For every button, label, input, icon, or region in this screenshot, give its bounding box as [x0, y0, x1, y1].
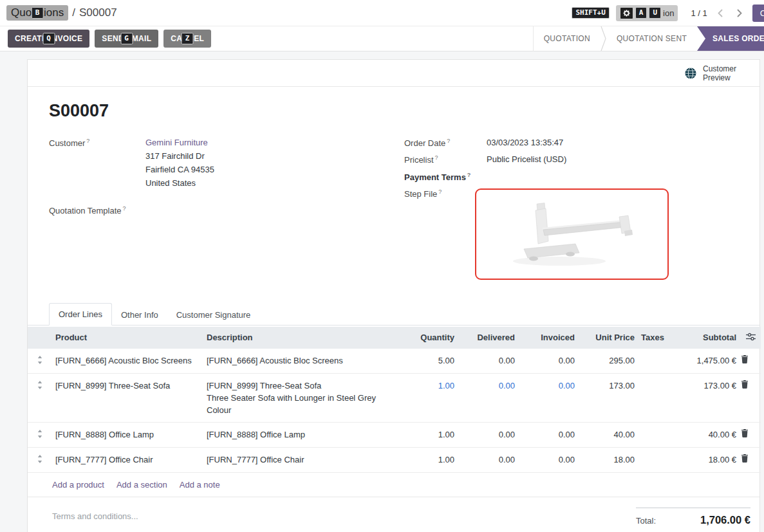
unit-price-cell[interactable]: 40.00	[578, 422, 638, 447]
col-header-subtotal[interactable]: Subtotal	[669, 327, 740, 349]
quantity-cell[interactable]: 5.00	[400, 349, 458, 374]
delete-line-button[interactable]	[740, 349, 761, 374]
taxes-cell[interactable]	[638, 349, 669, 374]
col-header-unit-price[interactable]: Unit Price	[578, 327, 638, 349]
description-cell[interactable]: [FURN_7777] Office Chair	[203, 447, 400, 472]
partial-right-edge-button[interactable]: Cl	[752, 5, 764, 22]
delivered-cell[interactable]: 0.00	[458, 422, 518, 447]
unit-price-cell[interactable]: 295.00	[578, 349, 638, 374]
col-header-product[interactable]: Product	[52, 327, 203, 349]
tab-other-info[interactable]: Other Info	[112, 304, 167, 326]
drag-handle-icon	[37, 381, 42, 389]
delete-line-button[interactable]	[740, 373, 761, 422]
col-header-taxes[interactable]: Taxes	[638, 327, 669, 349]
pricelist-field-label: Pricelist?	[404, 154, 487, 165]
invoiced-link[interactable]: 0.00	[518, 373, 578, 422]
breadcrumb-quotations-link[interactable]: Quotations B	[6, 5, 68, 21]
drag-handle[interactable]	[28, 422, 52, 447]
customer-preview-line1: Customer	[703, 64, 736, 73]
invoiced-cell[interactable]: 0.00	[518, 422, 578, 447]
col-header-invoiced[interactable]: Invoiced	[518, 327, 578, 349]
help-marker: ?	[467, 172, 471, 178]
customer-preview-button[interactable]: Customer Preview	[703, 64, 736, 82]
delivered-link[interactable]: 0.00	[458, 373, 518, 422]
help-marker: ?	[435, 154, 438, 161]
product-cell[interactable]: [FURN_8888] Office Lamp	[52, 422, 203, 447]
page-title: S00007	[28, 87, 759, 121]
create-invoice-button[interactable]: CREATE INVOICE Q	[8, 30, 89, 48]
subtotal-cell: 173.00 €	[669, 373, 740, 422]
pricelist-value[interactable]: Public Pricelist (USD)	[487, 154, 566, 165]
product-cell[interactable]: [FURN_7777] Office Chair	[52, 447, 203, 472]
unit-price-cell[interactable]: 18.00	[578, 447, 638, 472]
step-file-3d-render	[498, 199, 646, 270]
taxes-cell[interactable]	[638, 373, 669, 422]
breadcrumb-separator: /	[72, 6, 75, 19]
col-header-delivered[interactable]: Delivered	[458, 327, 518, 349]
description-cell[interactable]: [FURN_8888] Office Lamp	[203, 422, 400, 447]
product-cell[interactable]: [FURN_6666] Acoustic Bloc Screens	[52, 349, 203, 374]
add-note-link[interactable]: Add a note	[180, 480, 220, 490]
field-order-date: Order Date? 03/03/2023 13:35:47	[404, 138, 738, 148]
product-cell[interactable]: [FURN_8999] Three-Seat Sofa	[52, 373, 203, 422]
total-label: Total:	[636, 516, 656, 526]
field-payment-terms: Payment Terms?	[404, 172, 738, 182]
control-bar: CREATE INVOICE Q SEND EMAIL G CANCEL Z Q…	[0, 26, 764, 51]
status-step-quotation[interactable]: QUOTATION	[534, 26, 601, 51]
order-date-field-label: Order Date?	[404, 138, 487, 148]
keyboard-hint-badge: SHIFT+U	[572, 7, 609, 19]
add-product-link[interactable]: Add a product	[52, 480, 104, 490]
unit-price-cell[interactable]: 173.00	[578, 373, 638, 422]
table-row[interactable]: [FURN_8888] Office Lamp [FURN_8888] Offi…	[28, 422, 761, 447]
trash-icon	[741, 380, 749, 389]
quantity-cell[interactable]: 1.00	[400, 422, 458, 447]
quantity-forecast-link[interactable]: 1.00	[400, 373, 458, 422]
cancel-button[interactable]: CANCEL Z	[163, 30, 211, 48]
notebook-tabs: Order Lines Other Info Customer Signatur…	[28, 303, 759, 326]
drag-handle[interactable]	[28, 349, 52, 374]
keyboard-hint-badge: U	[649, 7, 661, 19]
keyboard-hint-badge: B	[32, 7, 44, 19]
delete-line-button[interactable]	[740, 447, 761, 472]
description-cell[interactable]: [FURN_6666] Acoustic Bloc Screens	[203, 349, 400, 374]
table-row[interactable]: [FURN_6666] Acoustic Bloc Screens [FURN_…	[28, 349, 761, 374]
description-cell[interactable]: [FURN_8999] Three-Seat Sofa Three Seater…	[203, 373, 400, 422]
order-date-value[interactable]: 03/03/2023 13:35:47	[487, 138, 563, 148]
drag-handle[interactable]	[28, 373, 52, 422]
tab-order-lines[interactable]: Order Lines	[49, 303, 112, 326]
send-email-button[interactable]: SEND EMAIL G	[95, 30, 158, 48]
top-bar: Quotations B / S00007 SHIFT+U A U ion 1 …	[0, 0, 764, 26]
taxes-cell[interactable]	[638, 447, 669, 472]
pager-next-button[interactable]	[733, 6, 746, 20]
add-section-link[interactable]: Add a section	[116, 480, 167, 490]
status-step-sales-order[interactable]: SALES ORDER	[697, 26, 764, 51]
delivered-cell[interactable]: 0.00	[458, 349, 518, 374]
tab-customer-signature[interactable]: Customer Signature	[167, 304, 260, 326]
delivered-cell[interactable]: 0.00	[458, 447, 518, 472]
field-customer: Customer? Gemini Furniture 317 Fairchild…	[49, 138, 404, 190]
breadcrumb-record-label: S00007	[79, 6, 117, 19]
invoiced-cell[interactable]: 0.00	[518, 447, 578, 472]
quantity-cell[interactable]: 1.00	[400, 447, 458, 472]
col-header-description[interactable]: Description	[203, 327, 400, 349]
optional-columns-button[interactable]	[740, 327, 761, 349]
sheet-header-strip: Customer Preview	[28, 60, 759, 87]
table-row[interactable]: [FURN_7777] Office Chair [FURN_7777] Off…	[28, 447, 761, 472]
chevron-right-icon	[737, 9, 742, 17]
drag-handle-icon	[37, 430, 42, 438]
field-group: Customer? Gemini Furniture 317 Fairchild…	[28, 121, 759, 286]
invoiced-cell[interactable]: 0.00	[518, 349, 578, 374]
step-file-image[interactable]	[475, 188, 669, 280]
action-menu-button[interactable]: A U ion	[616, 5, 678, 21]
customer-address: 317 Fairchild Dr Fairfield CA 94535 Unit…	[145, 149, 214, 190]
terms-and-conditions-placeholder[interactable]: Terms and conditions...	[52, 508, 138, 526]
col-header-quantity[interactable]: Quantity	[400, 327, 458, 349]
taxes-cell[interactable]	[638, 422, 669, 447]
pager-previous-button[interactable]	[714, 6, 727, 20]
status-step-quotation-sent[interactable]: QUOTATION SENT	[606, 26, 697, 51]
drag-handle[interactable]	[28, 447, 52, 472]
table-row[interactable]: [FURN_8999] Three-Seat Sofa [FURN_8999] …	[28, 373, 761, 422]
customer-link[interactable]: Gemini Furniture	[145, 138, 208, 147]
order-lines-table: Product Description Quantity Delivered I…	[28, 327, 761, 473]
delete-line-button[interactable]	[740, 422, 761, 447]
